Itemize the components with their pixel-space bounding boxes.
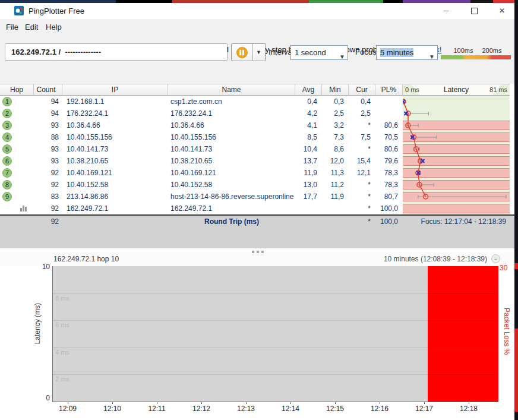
focus-select[interactable]: 5 minutes ▼ xyxy=(376,45,438,60)
hop-row[interactable]: 8 92 10.40.152.58 10.40.152.58 13,0 11,2… xyxy=(0,179,510,191)
time-tick-label: 12:14 xyxy=(273,405,308,413)
latency-graph-cell xyxy=(403,96,510,108)
cur-cell: 7,5 xyxy=(349,131,375,143)
avg-cell: 8,5 xyxy=(295,131,322,143)
count-cell: 92 xyxy=(34,167,62,179)
round-trip-row[interactable]: 92 Round Trip (ms) * 100,0 Focus: 12:17:… xyxy=(0,216,514,228)
interval-select[interactable]: 1 second ▼ xyxy=(290,45,348,60)
gridline-label: 6 ms xyxy=(55,321,70,329)
cur-cell: 2,5 xyxy=(349,108,375,119)
hop-number-badge: 5 xyxy=(2,144,12,154)
header-pl[interactable]: PL% xyxy=(375,84,403,95)
chevron-down-icon[interactable]: ⌄ xyxy=(491,254,500,263)
pl-cell xyxy=(375,108,403,119)
cur-cell: * xyxy=(349,203,375,214)
summary-count: 92 xyxy=(34,216,62,228)
time-tick-label: 12:18 xyxy=(451,405,487,413)
packet-loss-band xyxy=(403,204,510,213)
pl-cell: 78,3 xyxy=(375,167,403,179)
menu-edit[interactable]: Edit xyxy=(25,23,38,31)
header-min[interactable]: Min xyxy=(322,84,349,95)
hop-cell: 2 xyxy=(0,108,34,119)
ip-cell: 10.40.141.73 xyxy=(62,143,168,155)
header-ip[interactable]: IP xyxy=(62,84,168,95)
avg-cell: 17,7 xyxy=(295,191,322,203)
hop-row[interactable]: 7 92 10.40.169.121 10.40.169.121 11,9 11… xyxy=(0,167,510,179)
avg-cell: 4,1 xyxy=(295,119,322,131)
close-button[interactable]: ✕ xyxy=(492,3,512,19)
pl-cell xyxy=(375,96,403,108)
table-header: Hop Count IP Name Avg Min Cur PL% Latenc… xyxy=(0,84,510,96)
timeline-range-label[interactable]: 10 minutes (12:08:39 - 12:18:39) xyxy=(384,255,487,263)
gridline xyxy=(53,374,498,375)
hop-cell: 8 xyxy=(0,179,34,191)
count-cell: 94 xyxy=(34,108,62,119)
header-hop[interactable]: Hop xyxy=(0,84,34,95)
hop-number-badge: 3 xyxy=(2,121,12,130)
count-cell: 93 xyxy=(34,143,62,155)
latency-color-legend xyxy=(441,55,511,59)
header-avg[interactable]: Avg xyxy=(295,84,322,95)
min-cell: 11,3 xyxy=(322,167,349,179)
name-cell: 10.40.141.73 xyxy=(168,143,295,155)
latency-graph-cell xyxy=(403,191,510,203)
hop-cell: 3 xyxy=(0,119,34,131)
gridline-label: 4 ms xyxy=(55,349,70,356)
packet-loss-band xyxy=(403,168,510,178)
hop-row[interactable]: 3 93 10.36.4.66 10.36.4.66 4,1 3,2 * 80,… xyxy=(0,119,510,131)
gridline-label: 2 ms xyxy=(55,375,70,383)
splitter-handle[interactable] xyxy=(252,251,264,253)
min-cell: 3,2 xyxy=(322,119,349,131)
time-tick-label: 12:09 xyxy=(50,405,86,413)
timeline-plot[interactable]: 2 ms4 ms6 ms8 ms xyxy=(52,266,498,402)
pause-button[interactable] xyxy=(231,43,252,61)
summary-hop-cell xyxy=(0,216,34,228)
hop-row[interactable]: 92 162.249.72.1 162.249.72.1 * 100,0 xyxy=(0,203,510,214)
target-address-input[interactable] xyxy=(5,43,228,61)
header-name[interactable]: Name xyxy=(168,84,295,95)
hop-number-badge: 9 xyxy=(2,192,12,201)
name-cell: 10.40.169.121 xyxy=(168,167,295,179)
maximize-button[interactable] xyxy=(464,3,484,19)
name-cell: 10.40.152.58 xyxy=(168,179,295,191)
summary-zone: 92 Round Trip (ms) * 100,0 Focus: 12:17:… xyxy=(0,214,514,248)
chevron-down-icon: ▼ xyxy=(429,50,435,64)
titlebar[interactable]: PingPlotter Free ─ ✕ xyxy=(0,3,514,19)
name-cell: 10.40.155.156 xyxy=(168,131,295,143)
hop-number-badge: 2 xyxy=(2,109,12,118)
ip-cell: 213.14.86.86 xyxy=(62,191,168,203)
ip-cell: 162.249.72.1 xyxy=(62,203,168,214)
cur-cell: 0,4 xyxy=(349,96,375,108)
minimize-button[interactable]: ─ xyxy=(436,3,456,19)
hop-row[interactable]: 6 93 10.38.210.65 10.38.210.65 13,7 12,0… xyxy=(0,155,510,167)
header-count[interactable]: Count xyxy=(34,84,62,95)
latency-graph-cell xyxy=(403,155,510,167)
avg-cell: 13,0 xyxy=(295,179,322,191)
hop-row[interactable]: 9 83 213.14.86.86 host-213-14-86-86.reve… xyxy=(0,191,510,203)
hop-row[interactable]: 4 88 10.40.155.156 10.40.155.156 8,5 7,3… xyxy=(0,131,510,143)
header-cur[interactable]: Cur xyxy=(349,84,375,95)
time-tick xyxy=(335,402,336,404)
ip-cell: 176.232.24.1 xyxy=(62,108,168,119)
avg-cell: 10,4 xyxy=(295,143,322,155)
menu-file[interactable]: File xyxy=(6,23,18,31)
summary-min-cell xyxy=(322,216,349,228)
latency-scale-min: 0 ms xyxy=(405,84,419,95)
interval-value: 1 second xyxy=(295,48,326,57)
hop-cell: 5 xyxy=(0,143,34,155)
avg-cell xyxy=(295,203,322,214)
hop-row[interactable]: 1 94 192.168.1.1 csp1.zte.com.cn 0,4 0,3… xyxy=(0,96,510,108)
menu-help[interactable]: Help xyxy=(46,23,62,31)
hop-number-badge: 4 xyxy=(2,132,12,142)
count-cell: 88 xyxy=(34,131,62,143)
hop-row[interactable]: 5 93 10.40.141.73 10.40.141.73 10,4 8,6 … xyxy=(0,143,510,155)
time-tick-label: 12:16 xyxy=(362,405,397,413)
latency-graph-cell xyxy=(403,203,510,214)
name-cell: 10.36.4.66 xyxy=(168,119,295,131)
min-cell: 7,3 xyxy=(322,131,349,143)
pause-dropdown-button[interactable]: ▼ xyxy=(252,43,266,61)
hop-cell xyxy=(0,203,34,214)
hop-row[interactable]: 2 94 176.232.24.1 176.232.24.1 4,2 2,5 2… xyxy=(0,108,510,119)
hop-number-badge: 1 xyxy=(2,97,12,106)
header-latency-graph: Latency 0 ms 81 ms xyxy=(403,84,510,95)
